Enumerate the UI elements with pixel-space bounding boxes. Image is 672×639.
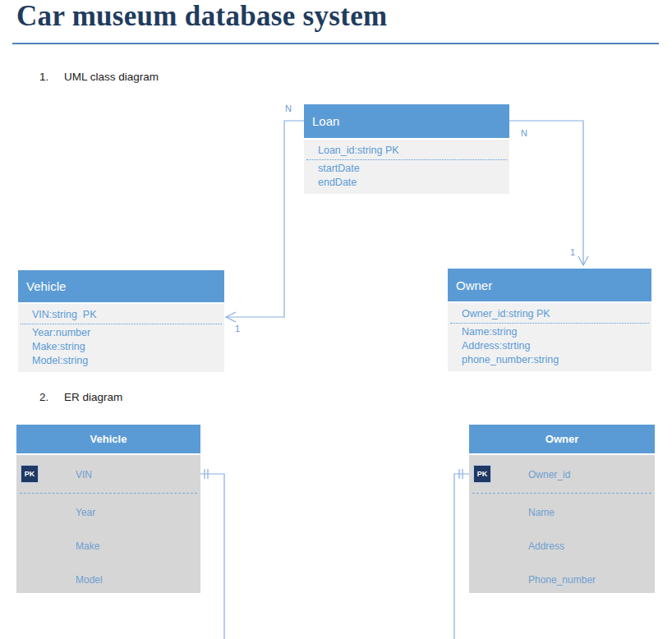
primary-key-badge: PK bbox=[473, 465, 491, 483]
section-2-heading: 2.ER diagram bbox=[39, 391, 122, 403]
er-field: Model bbox=[76, 574, 103, 586]
multiplicity-label: N bbox=[285, 103, 292, 113]
uml-class-loan: Loan Loan_id:string PK startDate endDate bbox=[304, 104, 509, 194]
uml-class-header: Vehicle bbox=[18, 270, 224, 302]
uml-attribute: Model:string bbox=[18, 354, 224, 368]
er-entity-header: Vehicle bbox=[16, 425, 200, 453]
er-entity-header: Owner bbox=[469, 425, 655, 453]
er-field-pk: Owner_id bbox=[528, 469, 570, 480]
er-entity-vehicle: Vehicle PK VIN Year Make Model bbox=[16, 425, 200, 593]
section-1-heading: 1.UML class diagram bbox=[39, 71, 159, 83]
er-relationship-line-vehicle bbox=[200, 474, 224, 639]
page-title: Car museum database system bbox=[16, 0, 387, 33]
uml-attribute-pk: Loan_id:string PK bbox=[306, 142, 507, 160]
document-page: Car museum database system 1.UML class d… bbox=[0, 0, 672, 639]
uml-class-body: VIN:string PK Year:number Make:string Mo… bbox=[18, 304, 224, 372]
er-separator bbox=[20, 493, 197, 494]
er-field: Phone_number bbox=[528, 574, 596, 586]
uml-attribute-pk: VIN:string PK bbox=[21, 306, 222, 324]
one-cardinality-ticks-icon bbox=[459, 469, 463, 479]
uml-class-header: Loan bbox=[304, 104, 509, 138]
er-field-pk: VIN bbox=[76, 469, 92, 480]
er-entity-owner: Owner PK Owner_id Name Address Phone_num… bbox=[469, 425, 655, 593]
multiplicity-label: 1 bbox=[235, 324, 240, 333]
multiplicity-label: 1 bbox=[570, 247, 575, 257]
uml-attribute: phone_number:string bbox=[448, 353, 651, 367]
open-arrowhead-icon bbox=[226, 312, 236, 322]
uml-class-owner: Owner Owner_id:string PK Name:string Add… bbox=[448, 269, 651, 371]
er-field: Address bbox=[528, 540, 564, 552]
section-number: 1. bbox=[39, 71, 64, 83]
section-label: UML class diagram bbox=[64, 71, 159, 83]
uml-attribute: Year:number bbox=[18, 326, 224, 340]
uml-association-loan-owner bbox=[509, 121, 583, 264]
uml-attribute: Make:string bbox=[18, 340, 224, 354]
uml-attribute: Name:string bbox=[448, 325, 651, 339]
uml-attribute: Address:strting bbox=[448, 339, 651, 353]
open-arrowhead-icon bbox=[578, 256, 588, 265]
er-field: Year bbox=[76, 507, 95, 518]
multiplicity-label: N bbox=[521, 128, 527, 138]
title-underline bbox=[12, 43, 659, 44]
er-separator bbox=[472, 493, 651, 494]
uml-attribute: endDate bbox=[304, 176, 509, 190]
uml-class-body: Owner_id:string PK Name:string Address:s… bbox=[448, 303, 651, 371]
er-field: Make bbox=[76, 540, 99, 552]
er-field: Name bbox=[528, 507, 555, 518]
er-entity-body: PK Owner_id Name Address Phone_number bbox=[469, 455, 655, 593]
uml-association-loan-vehicle bbox=[227, 121, 304, 317]
er-relationship-line-owner bbox=[454, 474, 469, 639]
section-label: ER diagram bbox=[64, 391, 122, 403]
primary-key-badge: PK bbox=[21, 465, 39, 483]
uml-attribute: startDate bbox=[304, 162, 509, 176]
uml-class-vehicle: Vehicle VIN:string PK Year:number Make:s… bbox=[18, 270, 224, 372]
uml-class-header: Owner bbox=[448, 269, 651, 301]
uml-class-body: Loan_id:string PK startDate endDate bbox=[304, 140, 509, 194]
uml-attribute-pk: Owner_id:string PK bbox=[450, 306, 649, 324]
section-number: 2. bbox=[39, 391, 64, 403]
er-entity-body: PK VIN Year Make Model bbox=[16, 455, 200, 593]
one-cardinality-ticks-icon bbox=[205, 469, 208, 479]
